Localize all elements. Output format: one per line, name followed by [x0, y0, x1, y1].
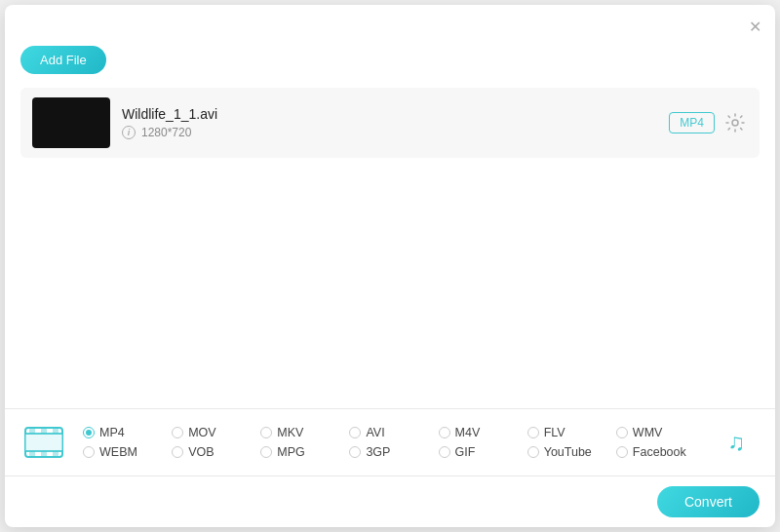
radio-mkv: [260, 427, 272, 438]
format-section: MP4MOVMKVAVIM4VFLVWMVWEBMVOBMPG3GPGIFYou…: [5, 409, 775, 476]
radio-vob: [172, 446, 183, 458]
convert-button[interactable]: Convert: [657, 486, 760, 517]
main-window: ✕ Add File Wildlife_1_1.avi i 1280*720 M…: [5, 5, 775, 527]
format-label-youtube: YouTube: [544, 445, 592, 459]
toolbar: Add File: [5, 40, 775, 84]
settings-icon-button[interactable]: [722, 110, 748, 135]
format-option-avi[interactable]: AVI: [349, 426, 438, 439]
radio-facebook: [616, 446, 628, 458]
bottom-bar: MP4MOVMKVAVIM4VFLVWMVWEBMVOBMPG3GPGIFYou…: [5, 408, 775, 527]
title-bar: ✕: [5, 5, 775, 40]
format-label-mov: MOV: [188, 426, 215, 439]
radio-mpg: [260, 446, 272, 458]
format-badge[interactable]: MP4: [669, 112, 715, 133]
file-meta: i 1280*720: [122, 126, 657, 139]
format-label-vob: VOB: [188, 445, 214, 459]
radio-avi: [349, 427, 361, 438]
format-option-mov[interactable]: MOV: [172, 426, 260, 439]
file-row: Wildlife_1_1.avi i 1280*720 MP4: [20, 88, 760, 158]
radio-youtube: [527, 446, 539, 458]
radio-gif: [439, 446, 450, 458]
file-actions: MP4: [669, 110, 748, 135]
file-resolution: 1280*720: [141, 126, 191, 139]
video-thumbnail: [32, 97, 110, 148]
format-option-mpg[interactable]: MPG: [260, 445, 349, 459]
format-option-wmv[interactable]: WMV: [616, 426, 705, 439]
format-label-3gp: 3GP: [366, 445, 390, 459]
svg-rect-8: [53, 451, 58, 457]
format-label-mkv: MKV: [277, 426, 303, 439]
radio-m4v: [439, 427, 450, 438]
format-option-vob[interactable]: VOB: [172, 445, 260, 459]
format-label-webm: WEBM: [99, 445, 137, 459]
radio-mp4: [83, 427, 95, 438]
format-label-m4v: M4V: [455, 426, 481, 439]
add-file-button[interactable]: Add File: [20, 46, 106, 74]
svg-rect-4: [41, 428, 47, 434]
format-label-facebook: Facebook: [633, 445, 686, 459]
svg-rect-3: [29, 428, 35, 434]
format-label-wmv: WMV: [633, 426, 663, 439]
format-label-mpg: MPG: [277, 445, 304, 459]
radio-wmv: [616, 427, 628, 438]
format-option-webm[interactable]: WEBM: [83, 445, 172, 459]
format-option-youtube[interactable]: YouTube: [527, 445, 616, 459]
svg-rect-5: [53, 428, 58, 434]
format-option-mp4[interactable]: MP4: [83, 426, 172, 439]
audio-icon-area[interactable]: ♫: [713, 417, 760, 468]
format-option-m4v[interactable]: M4V: [439, 426, 527, 439]
music-icon: ♫: [727, 429, 745, 456]
video-format-icon-area[interactable]: [20, 417, 67, 468]
file-info: Wildlife_1_1.avi i 1280*720: [122, 106, 657, 139]
file-name: Wildlife_1_1.avi: [122, 106, 657, 122]
content-area: Wildlife_1_1.avi i 1280*720 MP4: [5, 84, 775, 252]
format-grid: MP4MOVMKVAVIM4VFLVWMVWEBMVOBMPG3GPGIFYou…: [83, 422, 705, 463]
format-option-mkv[interactable]: MKV: [260, 426, 349, 439]
format-label-avi: AVI: [366, 426, 384, 439]
close-button[interactable]: ✕: [746, 19, 763, 36]
format-option-gif[interactable]: GIF: [439, 445, 527, 459]
radio-3gp: [349, 446, 361, 458]
radio-mov: [172, 427, 183, 438]
info-icon: i: [122, 126, 136, 139]
radio-webm: [83, 446, 95, 458]
format-label-flv: FLV: [544, 426, 566, 439]
format-option-3gp[interactable]: 3GP: [349, 445, 438, 459]
format-option-flv[interactable]: FLV: [527, 426, 616, 439]
svg-rect-1: [25, 434, 62, 451]
format-label-mp4: MP4: [99, 426, 125, 439]
radio-flv: [527, 427, 539, 438]
svg-rect-6: [29, 451, 35, 457]
svg-rect-7: [41, 451, 47, 457]
format-label-gif: GIF: [455, 445, 476, 459]
format-option-facebook[interactable]: Facebook: [616, 445, 705, 459]
action-bar: Convert: [5, 476, 775, 527]
